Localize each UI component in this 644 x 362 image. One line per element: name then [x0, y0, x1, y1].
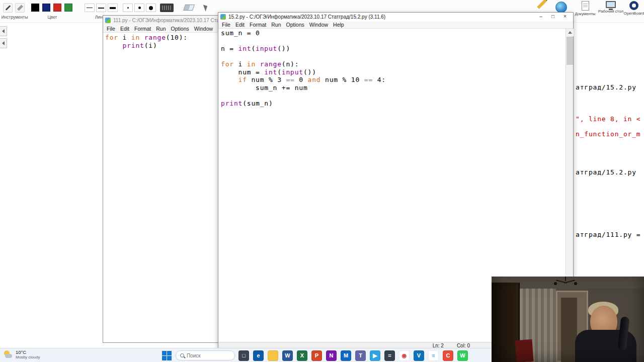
code-token: for — [221, 60, 234, 68]
ceiling-lamp — [565, 277, 566, 281]
weather-temperature: 10°C — [16, 349, 40, 355]
code-line: sum_n += num — [221, 84, 565, 92]
menu-item-format[interactable]: Format — [132, 26, 153, 32]
window-title: 15.2.py - C:/ОГЭ/Информатика/2023.10.17 … — [228, 14, 532, 20]
cloud-icon — [5, 354, 12, 358]
close-button[interactable]: × — [559, 13, 571, 21]
taskbar-icon-excel[interactable]: X — [297, 350, 307, 361]
menu-item-run[interactable]: Run — [153, 26, 168, 32]
code-token: (n): — [282, 60, 299, 68]
taskbar-icon-powerpoint[interactable]: P — [311, 350, 322, 361]
menu-item-window[interactable]: Window — [307, 22, 331, 28]
code-token: print — [123, 42, 144, 49]
taskbar-icon-vscode[interactable]: V — [414, 350, 424, 361]
webcam-overlay — [492, 277, 644, 362]
code-token: num = — [221, 68, 264, 76]
taskbar-icon-onenote[interactable]: N — [326, 350, 337, 361]
code-token: i — [118, 34, 131, 41]
code-token — [105, 42, 123, 49]
code-token: sum_n += num — [221, 84, 308, 92]
code-token: for — [105, 34, 118, 41]
weather-condition: Mostly cloudy — [16, 355, 40, 359]
menu-bar: FileEditFormatRunOptionsWindowHelp — [218, 21, 573, 29]
shell-text-fragment: атград/15.2.py — [576, 168, 636, 176]
menu-item-run[interactable]: Run — [269, 22, 283, 28]
code-token: ( — [277, 68, 282, 76]
code-token: input — [282, 68, 303, 76]
taskbar-icon-chrome[interactable]: C — [443, 350, 453, 361]
menu-item-format[interactable]: Format — [247, 22, 269, 28]
code-token: == — [286, 76, 294, 83]
taskbar-icon-teams[interactable]: T — [355, 350, 366, 361]
idle-app-icon — [220, 14, 226, 20]
code-line: sum_n = 0 — [221, 29, 565, 37]
shell-text-fragment: n_function_or_m — [576, 130, 640, 138]
code-token: ( — [251, 45, 256, 52]
code-token: num % 10 — [320, 76, 364, 83]
code-token: in — [247, 60, 256, 68]
taskbar-icon-notepad[interactable]: ≡ — [428, 350, 439, 361]
taskbar-icon-calculator[interactable]: = — [384, 350, 395, 361]
menu-item-edit[interactable]: Edit — [118, 26, 132, 32]
weather-icon — [3, 349, 13, 359]
code-token: if — [238, 76, 247, 83]
arrow-up-icon — [568, 31, 572, 34]
minimize-button[interactable]: – — [535, 13, 547, 21]
code-line: for i in range(n): — [221, 60, 565, 68]
code-token: 0 — [295, 76, 308, 83]
code-token: num % 3 — [247, 76, 286, 83]
code-token: sum_n = 0 — [221, 29, 260, 37]
taskbar-app-icons: □eWXPNMT▶=◉V≡CW — [238, 350, 468, 361]
code-token — [140, 34, 144, 41]
menu-item-file[interactable]: File — [219, 22, 233, 28]
taskbar-icon-outlook[interactable]: M — [341, 350, 351, 361]
code-token: == — [364, 76, 373, 83]
code-token — [221, 76, 238, 83]
menu-item-window[interactable]: Window — [192, 26, 215, 32]
scroll-up-button[interactable] — [566, 29, 574, 36]
maximize-button[interactable]: □ — [547, 13, 559, 21]
start-button[interactable] — [161, 350, 172, 361]
shell-text-fragment: ", line 8, in < — [576, 115, 640, 123]
code-token: i — [234, 60, 247, 68]
search-input[interactable] — [187, 353, 227, 358]
taskbar-icon-paint[interactable]: ◉ — [399, 350, 410, 361]
code-token: (i) — [144, 42, 157, 49]
taskbar-icon-telegram[interactable]: ▶ — [370, 350, 380, 361]
code-token: in — [131, 34, 140, 41]
taskbar-icon-edge-browser[interactable]: e — [253, 350, 264, 361]
taskbar-search[interactable] — [176, 350, 235, 360]
code-token: range — [260, 60, 282, 68]
code-token: ()) — [277, 45, 290, 52]
weather-widget[interactable]: 10°C Mostly cloudy — [3, 349, 40, 359]
shell-text-fragment: атград/111.py = — [576, 231, 640, 238]
shell-text-fragment: атград/15.2.py — [576, 83, 636, 91]
search-icon — [180, 353, 184, 357]
code-line — [221, 92, 565, 100]
code-line: print(sum_n) — [221, 100, 565, 108]
code-token: range — [144, 34, 166, 41]
scrollbar-thumb[interactable] — [567, 37, 573, 65]
menu-item-edit[interactable]: Edit — [233, 22, 247, 28]
code-token: int — [238, 45, 252, 52]
menu-item-file[interactable]: File — [104, 26, 118, 32]
code-token: print — [221, 100, 243, 107]
windows-logo-icon — [162, 351, 172, 360]
taskbar-icon-word[interactable]: W — [282, 350, 293, 361]
taskbar-icon-whatsapp[interactable]: W — [457, 350, 468, 361]
code-token: (sum_n) — [243, 100, 273, 107]
code-token: input — [256, 45, 277, 52]
menu-item-options[interactable]: Options — [169, 26, 192, 32]
code-token: 4: — [373, 76, 386, 83]
code-token — [256, 60, 260, 68]
code-line: if num % 3 == 0 and num % 10 == 4: — [221, 76, 565, 84]
code-token: and — [308, 76, 321, 83]
menu-item-options[interactable]: Options — [284, 22, 307, 28]
code-line — [221, 53, 565, 61]
title-bar[interactable]: 15.2.py - C:/ОГЭ/Информатика/2023.10.17 … — [218, 13, 573, 21]
taskbar-icon-file-explorer[interactable] — [268, 350, 278, 361]
taskbar-icon-task-view[interactable]: □ — [238, 350, 249, 361]
code-token: ()) — [303, 68, 316, 76]
code-line: n = int(input()) — [221, 45, 565, 53]
menu-item-help[interactable]: Help — [331, 22, 347, 28]
